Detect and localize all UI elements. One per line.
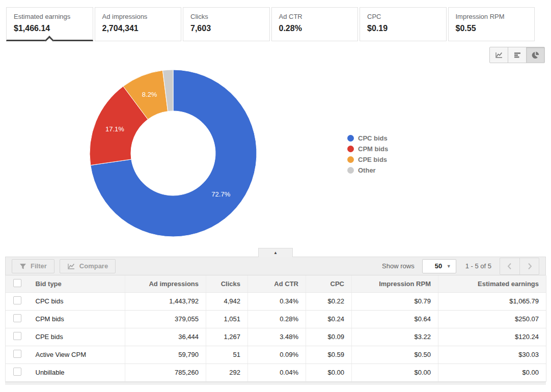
value-cell: 379,055 [125,310,206,328]
slice-percentage-label: 17.1% [105,125,124,133]
row-checkbox-cell [6,310,29,328]
value-cell: 0.04% [248,363,306,381]
scorecard-clicks[interactable]: Clicks7,603 [183,7,270,41]
filter-button-label: Filter [31,262,47,270]
legend-color-dot [347,156,354,163]
bid-type-table: Bid typeAd impressionsClicksAd CTRCPCImp… [5,275,546,382]
value-cell: 4,942 [206,292,248,310]
collapse-chart-button[interactable]: ▲ [258,248,293,257]
value-cell: 1,051 [206,310,248,328]
chevron-down-icon: ▼ [447,264,451,269]
column-header-impression-rpm[interactable]: Impression RPM [352,275,438,292]
legend-item-cpm-bids: CPM bids [347,144,388,154]
scorecard-label: Clicks [190,13,269,20]
select-all-checkbox[interactable] [13,279,21,287]
column-header-ad-impressions[interactable]: Ad impressions [125,275,206,292]
next-page-button[interactable] [519,258,539,274]
column-header-clicks[interactable]: Clicks [206,275,248,292]
value-cell: 1,443,792 [125,292,206,310]
scorecard-value: $0.55 [456,24,535,33]
row-checkbox-cell [6,328,29,346]
value-cell: 785,260 [125,363,206,381]
value-cell: 0.09% [248,346,306,363]
value-cell: $0.64 [352,310,438,328]
table-row: CPE bids36,4441,2673.48%$0.09$3.22$120.2… [6,328,546,346]
collapse-arrow-icon: ▲ [273,251,278,255]
chevron-right-icon [526,262,533,270]
row-checkbox-cell [6,346,29,363]
show-rows-dropdown[interactable]: 50 ▼ [422,259,456,273]
value-cell: $0.00 [306,363,352,381]
row-checkbox[interactable] [13,314,21,322]
column-header-cpc[interactable]: CPC [306,275,352,292]
filter-icon [19,263,26,270]
scorecard-value: $0.19 [367,24,446,33]
value-cell: 59,790 [125,346,206,363]
legend-item-other: Other [347,165,388,176]
filter-button[interactable]: Filter [12,259,54,273]
scorecard-value: $1,466.14 [14,24,93,33]
scorecard-value: 2,704,341 [102,24,181,33]
compare-button[interactable]: Compare [60,259,116,273]
row-checkbox[interactable] [13,368,21,376]
row-checkbox[interactable] [13,350,21,358]
value-cell: $0.24 [306,310,352,328]
scorecards-row: Estimated earnings$1,466.14Ad impression… [6,7,535,41]
table-row: CPC bids1,443,7924,9420.34%$0.22$0.79$1,… [6,292,546,310]
column-header-ad-ctr[interactable]: Ad CTR [248,275,306,292]
scorecard-value: 7,603 [190,24,269,33]
scorecard-label: Ad CTR [279,13,358,20]
value-cell: $250.07 [438,310,546,328]
value-cell: 292 [206,363,248,381]
scorecard-cpc[interactable]: CPC$0.19 [360,7,447,41]
show-rows-label: Show rows [382,262,415,270]
value-cell: 3.48% [248,328,306,346]
donut-chart: 72.7%17.1%8.2% [88,68,258,238]
bid-type-cell: CPC bids [29,292,125,310]
show-rows-value: 50 [435,262,442,270]
chart-type-toggle-group [489,47,545,63]
value-cell: 1,267 [206,328,248,346]
scorecard-label: Ad impressions [102,13,181,20]
scorecard-impression-rpm[interactable]: Impression RPM$0.55 [448,7,535,41]
column-header-bid-type[interactable]: Bid type [29,275,125,292]
value-cell: $0.22 [306,292,352,310]
bid-type-cell: CPM bids [29,310,125,328]
bar-chart-toggle-button[interactable] [508,47,527,63]
scorecard-estimated-earnings[interactable]: Estimated earnings$1,466.14 [6,7,93,41]
scorecard-ad-impressions[interactable]: Ad impressions2,704,341 [95,7,182,41]
legend-color-dot [347,135,354,142]
value-cell: $0.59 [306,346,352,363]
pagination-controls [500,258,539,275]
row-checkbox[interactable] [13,332,21,340]
pagination-range-label: 1 - 5 of 5 [465,262,491,270]
bid-type-cell: CPE bids [29,328,125,346]
column-header-estimated-earnings[interactable]: Estimated earnings [438,275,546,292]
bid-type-cell: Active View CPM [29,346,125,363]
bar-chart-icon [513,51,521,59]
chart-toggle-row [0,47,545,63]
pie-chart-toggle-button[interactable] [526,47,545,63]
value-cell: $120.24 [438,328,546,346]
value-cell: $3.22 [352,328,438,346]
chart-legend: CPC bidsCPM bidsCPE bidsOther [347,133,388,176]
row-checkbox[interactable] [13,296,21,304]
value-cell: 51 [206,346,248,363]
value-cell: $0.00 [438,363,546,381]
value-cell: $0.50 [352,346,438,363]
table-toolbar: Filter Compare Show rows 50 ▼ 1 - 5 of 5 [5,257,546,275]
chevron-left-icon [506,262,513,270]
slice-percentage-label: 8.2% [142,91,157,98]
value-cell: $30.03 [438,346,546,363]
table-row: Unbillable785,2602920.04%$0.00$0.00$0.00 [6,363,546,381]
legend-item-cpe-bids: CPE bids [347,154,388,165]
toolbar-right: Show rows 50 ▼ 1 - 5 of 5 [382,258,539,275]
previous-page-button[interactable] [500,258,519,274]
table-row: CPM bids379,0551,0510.28%$0.24$0.64$250.… [6,310,546,328]
row-checkbox-cell [6,363,29,381]
compare-button-label: Compare [79,262,108,270]
line-chart-toggle-button[interactable] [489,47,508,63]
scorecard-ad-ctr[interactable]: Ad CTR0.28% [271,7,359,41]
value-cell: $0.00 [352,363,438,381]
legend-color-dot [347,146,354,152]
